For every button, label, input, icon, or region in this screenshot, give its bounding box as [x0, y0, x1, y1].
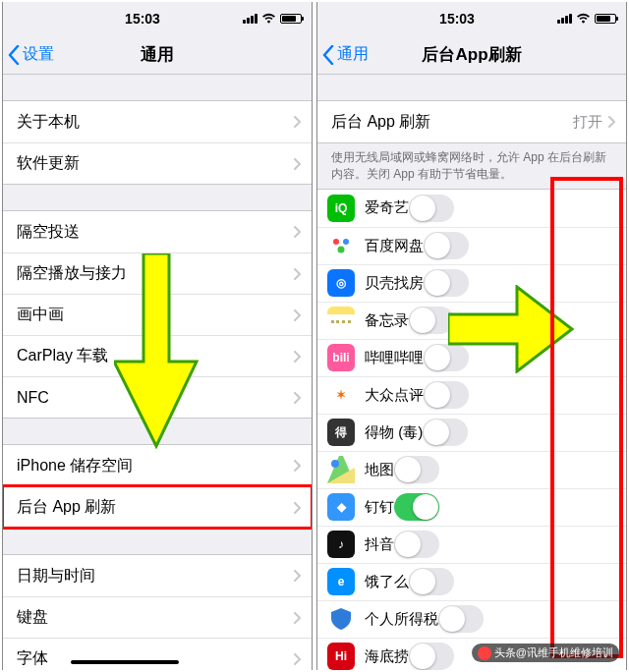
- app-icon: ♪: [327, 531, 355, 558]
- toggle-switch[interactable]: [424, 269, 469, 297]
- chevron-right-icon: [294, 116, 302, 128]
- app-icon: [327, 456, 355, 483]
- chevron-right-icon: [294, 502, 302, 514]
- app-icon: 得: [327, 419, 355, 446]
- app-row: bili 哔哩哔哩: [317, 339, 626, 376]
- settings-row[interactable]: 键盘: [3, 596, 312, 638]
- cell-label: 后台 App 刷新: [331, 112, 573, 133]
- cell-label: 隔空投送: [17, 222, 288, 243]
- cell-label: CarPlay 车载: [17, 346, 288, 366]
- toggle-switch[interactable]: [438, 605, 484, 633]
- cell-label: 日期与时间: [17, 566, 288, 587]
- wifi-icon: [576, 12, 591, 27]
- app-row: ◎ 贝壳找房: [317, 264, 626, 302]
- chevron-right-icon: [294, 612, 302, 624]
- settings-row[interactable]: CarPlay 车载: [3, 335, 312, 376]
- watermark-text: 头条@讯维手机维修培训: [494, 645, 613, 660]
- settings-row[interactable]: iPhone 储存空间: [3, 445, 312, 486]
- toggle-switch[interactable]: [394, 456, 439, 483]
- toggle-switch[interactable]: [424, 232, 469, 259]
- settings-row[interactable]: 日期与时间: [3, 555, 312, 596]
- settings-row[interactable]: 关于本机: [3, 101, 312, 142]
- app-icon: e: [327, 568, 355, 595]
- chevron-right-icon: [294, 351, 302, 363]
- chevron-right-icon: [294, 392, 302, 404]
- app-row: 备忘录: [317, 302, 626, 339]
- toggle-switch[interactable]: [409, 307, 454, 334]
- chevron-right-icon: [294, 653, 302, 665]
- settings-row[interactable]: 字体: [3, 638, 312, 670]
- app-icon: Hi: [327, 643, 355, 670]
- signal-icon: [557, 14, 572, 24]
- wifi-icon: [261, 12, 276, 27]
- signal-icon: [243, 14, 257, 24]
- chevron-right-icon: [294, 460, 302, 472]
- toggle-switch[interactable]: [424, 381, 469, 409]
- app-icon: bili: [327, 344, 355, 371]
- app-name: 个人所得税: [365, 610, 438, 629]
- toggle-switch[interactable]: [424, 344, 469, 371]
- svg-point-0: [333, 239, 339, 245]
- app-name: 爱奇艺: [365, 198, 409, 217]
- app-icon: ◎: [327, 269, 355, 297]
- app-icon: [327, 232, 355, 259]
- toggle-switch[interactable]: [409, 643, 454, 670]
- app-name: 海底捞: [365, 647, 409, 666]
- status-time: 15:03: [357, 11, 557, 27]
- back-button[interactable]: 通用: [317, 44, 369, 65]
- app-row: ◆ 钉钉: [317, 488, 626, 526]
- app-row: iQ 爱奇艺: [317, 190, 626, 227]
- chevron-right-icon: [294, 158, 302, 170]
- app-row: ✶ 大众点评: [317, 376, 626, 414]
- settings-row[interactable]: 隔空播放与接力: [3, 252, 312, 294]
- app-icon: [327, 307, 355, 334]
- toggle-switch[interactable]: [423, 419, 468, 446]
- toggle-switch[interactable]: [409, 568, 454, 595]
- app-icon: ✶: [327, 381, 355, 409]
- svg-point-2: [338, 247, 345, 253]
- toggle-switch[interactable]: [394, 531, 439, 558]
- app-row: 地图: [317, 451, 626, 488]
- background-refresh-master[interactable]: 后台 App 刷新 打开: [317, 101, 626, 142]
- app-name: 备忘录: [365, 311, 409, 330]
- settings-row[interactable]: 软件更新: [3, 142, 312, 184]
- group-footnote: 使用无线局域网或蜂窝网络时，允许 App 在后台刷新内容。关闭 App 有助于节…: [317, 143, 626, 189]
- battery-icon: [280, 14, 302, 24]
- svg-point-1: [343, 239, 349, 245]
- nav-bar: 设置 通用: [3, 35, 312, 75]
- status-bar: 15:03: [317, 2, 626, 35]
- back-button[interactable]: 设置: [3, 44, 54, 65]
- cell-label: 隔空播放与接力: [17, 263, 288, 284]
- app-name: 抖音: [365, 535, 394, 554]
- watermark: 头条@讯维手机维修培训: [472, 644, 619, 662]
- app-row: 得 得物 (毒): [317, 414, 626, 451]
- cell-label: 画中画: [17, 305, 288, 325]
- chevron-right-icon: [608, 116, 616, 128]
- app-icon: iQ: [327, 195, 355, 222]
- settings-row[interactable]: 画中画: [3, 294, 312, 335]
- cell-label: 后台 App 刷新: [17, 497, 288, 518]
- cell-label: iPhone 储存空间: [17, 456, 288, 476]
- phone-right: 15:03 通用 后台App刷新 后台 App 刷新 打开: [316, 2, 627, 670]
- cell-detail: 打开: [573, 113, 602, 132]
- settings-row[interactable]: NFC: [3, 376, 312, 418]
- toggle-switch[interactable]: [409, 195, 454, 222]
- settings-row[interactable]: 隔空投送: [3, 211, 312, 252]
- status-bar: 15:03: [3, 2, 312, 35]
- app-row: ♪ 抖音: [317, 526, 626, 563]
- toggle-switch[interactable]: [394, 493, 439, 521]
- phone-left: 15:03 设置 通用 关于本机软件更新隔空投送隔空播放与接力画中画CarPla…: [2, 2, 313, 670]
- app-name: 哔哩哔哩: [365, 349, 424, 367]
- battery-icon: [595, 14, 616, 24]
- app-name: 饿了么: [365, 573, 409, 591]
- home-indicator[interactable]: [71, 660, 179, 664]
- settings-row[interactable]: 后台 App 刷新: [3, 486, 312, 528]
- app-name: 钉钉: [365, 498, 394, 517]
- chevron-right-icon: [294, 268, 302, 280]
- cell-label: 键盘: [17, 607, 288, 628]
- app-icon: [327, 605, 355, 633]
- chevron-right-icon: [294, 309, 302, 321]
- nav-bar: 通用 后台App刷新: [317, 35, 626, 75]
- back-label: 通用: [337, 44, 369, 65]
- app-name: 大众点评: [365, 386, 424, 405]
